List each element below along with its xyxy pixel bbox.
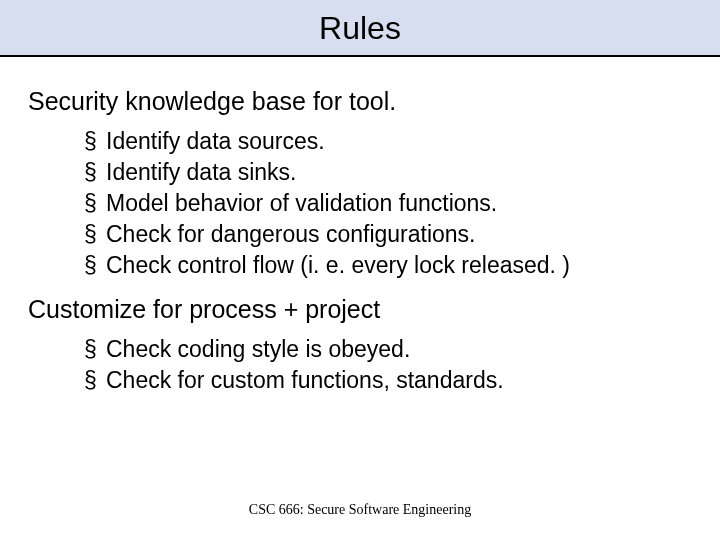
list-item: §Identify data sinks. <box>84 157 692 188</box>
section-heading: Security knowledge base for tool. <box>28 87 692 116</box>
bullet-text: Model behavior of validation functions. <box>106 188 497 219</box>
list-item: §Check coding style is obeyed. <box>84 334 692 365</box>
bullet-text: Check control flow (i. e. every lock rel… <box>106 250 570 281</box>
bullet-icon: § <box>84 188 106 219</box>
list-item: §Identify data sources. <box>84 126 692 157</box>
bullet-text: Check coding style is obeyed. <box>106 334 410 365</box>
list-item: §Check control flow (i. e. every lock re… <box>84 250 692 281</box>
title-bar: Rules <box>0 0 720 57</box>
slide-footer: CSC 666: Secure Software Engineering <box>0 502 720 518</box>
bullet-text: Identify data sources. <box>106 126 325 157</box>
slide-content: Security knowledge base for tool. §Ident… <box>0 57 720 396</box>
slide-title: Rules <box>0 10 720 47</box>
bullet-icon: § <box>84 365 106 396</box>
bullet-icon: § <box>84 157 106 188</box>
bullet-text: Check for dangerous configurations. <box>106 219 476 250</box>
bullet-icon: § <box>84 250 106 281</box>
list-item: §Check for custom functions, standards. <box>84 365 692 396</box>
bullet-list: §Check coding style is obeyed. §Check fo… <box>84 334 692 396</box>
bullet-text: Identify data sinks. <box>106 157 297 188</box>
bullet-icon: § <box>84 219 106 250</box>
section-heading: Customize for process + project <box>28 295 692 324</box>
bullet-list: §Identify data sources. §Identify data s… <box>84 126 692 281</box>
list-item: §Model behavior of validation functions. <box>84 188 692 219</box>
bullet-text: Check for custom functions, standards. <box>106 365 504 396</box>
bullet-icon: § <box>84 126 106 157</box>
bullet-icon: § <box>84 334 106 365</box>
list-item: §Check for dangerous configurations. <box>84 219 692 250</box>
